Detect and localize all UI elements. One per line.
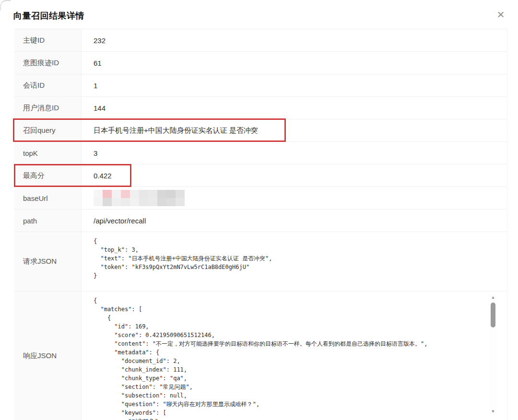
table-row-user-message-id: 用户消息ID 144 xyxy=(14,97,507,119)
detail-table: 主键ID 232 意图痕迹ID 61 会话ID 1 用户消息ID 144 召回q… xyxy=(14,29,507,420)
row-label: 用户消息ID xyxy=(14,97,82,119)
request-json-cell: { "top_k": 3, "text": "日本手机号注册+中国大陆身份证实名… xyxy=(82,232,507,291)
row-value: /api/vector/recall xyxy=(82,210,507,232)
row-label: baseUrl xyxy=(14,187,82,209)
response-json-code: { "matches": [ { "id": 169, "score": 0.4… xyxy=(94,296,507,420)
row-label: 主键ID xyxy=(14,29,82,51)
page-title: 向量召回结果详情 xyxy=(13,10,84,22)
row-value: 232 xyxy=(82,29,507,51)
row-label: 最高分 xyxy=(14,164,82,187)
row-value: 61 xyxy=(82,52,507,74)
row-value: 144 xyxy=(82,97,507,119)
table-row-primary-id: 主键ID 232 xyxy=(14,29,507,52)
scroll-down-icon[interactable]: ▼ xyxy=(490,408,496,415)
table-row-recall-query: 召回query 日本手机号注册+中国大陆身份证实名认证 是否冲突 xyxy=(14,119,507,142)
response-json-scrollbar[interactable]: ▲ ▼ xyxy=(490,294,496,415)
table-row-path: path /api/vector/recall xyxy=(14,210,507,232)
response-json-cell: { "matches": [ { "id": 169, "score": 0.4… xyxy=(82,292,507,420)
close-icon[interactable]: × xyxy=(493,7,508,22)
row-label: 请求JSON xyxy=(14,232,82,291)
row-label: path xyxy=(14,210,82,232)
table-row-top-score: 最高分 0.422 xyxy=(14,164,507,187)
row-label: 响应JSON xyxy=(14,292,82,420)
table-row-intent-trace-id: 意图痕迹ID 61 xyxy=(14,52,507,74)
row-value: 3 xyxy=(82,142,507,164)
table-row-request-json: 请求JSON { "top_k": 3, "text": "日本手机号注册+中国… xyxy=(14,232,507,292)
table-row-session-id: 会话ID 1 xyxy=(14,74,507,97)
row-label: 意图痕迹ID xyxy=(14,52,82,74)
table-row-response-json: 响应JSON { "matches": [ { "id": 169, "scor… xyxy=(14,292,507,420)
scrollbar-thumb[interactable] xyxy=(491,303,495,327)
row-value: 0.422 xyxy=(82,164,507,187)
request-json-code: { "top_k": 3, "text": "日本手机号注册+中国大陆身份证实名… xyxy=(94,237,507,280)
table-row-topk: topK 3 xyxy=(14,142,507,164)
row-value: 日本手机号注册+中国大陆身份证实名认证 是否冲突 xyxy=(82,119,507,141)
row-value xyxy=(82,187,507,209)
window-rounded-corner xyxy=(0,0,11,11)
baseurl-redaction-mosaic xyxy=(94,190,185,206)
vector-recall-detail-modal: { "modal": { "title": "向量召回结果详情", "close… xyxy=(0,0,518,420)
row-label: topK xyxy=(14,142,82,164)
table-row-baseurl: baseUrl xyxy=(14,187,507,210)
scroll-up-icon[interactable]: ▲ xyxy=(490,294,496,301)
row-value: 1 xyxy=(82,74,507,96)
row-label: 召回query xyxy=(14,119,82,141)
row-label: 会话ID xyxy=(14,74,82,96)
